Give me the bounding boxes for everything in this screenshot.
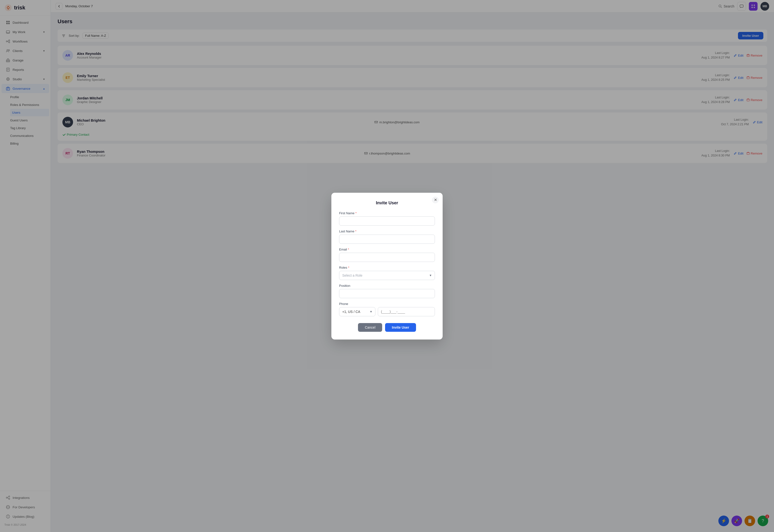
first-name-required: *	[355, 211, 357, 215]
last-name-label: Last Name *	[339, 229, 435, 233]
modal-title: Invite User	[339, 200, 435, 206]
last-name-input[interactable]	[339, 235, 435, 244]
roles-label: Roles *	[339, 266, 435, 269]
phone-country-wrapper: +1, US / CA +44, UK +61, AU ▼	[339, 307, 375, 316]
first-name-label: First Name *	[339, 211, 435, 215]
first-name-group: First Name *	[339, 211, 435, 226]
phone-country-select[interactable]: +1, US / CA +44, UK +61, AU	[339, 307, 375, 316]
invite-user-modal: ✕ Invite User First Name * Last Name * E…	[331, 193, 443, 340]
last-name-group: Last Name *	[339, 229, 435, 244]
email-label: Email *	[339, 248, 435, 251]
modal-footer: Cancel Invite User	[339, 323, 435, 332]
phone-row: +1, US / CA +44, UK +61, AU ▼	[339, 307, 435, 316]
position-label: Position	[339, 284, 435, 288]
roles-required: *	[348, 266, 349, 269]
phone-label: Phone	[339, 302, 435, 306]
email-input[interactable]	[339, 253, 435, 262]
first-name-input[interactable]	[339, 216, 435, 226]
roles-group: Roles * Select a Role Admin Manager Memb…	[339, 266, 435, 280]
position-group: Position	[339, 284, 435, 298]
email-group: Email *	[339, 248, 435, 262]
roles-select-wrapper: Select a Role Admin Manager Member ▼	[339, 271, 435, 280]
modal-invite-button[interactable]: Invite User	[385, 323, 416, 332]
phone-group: Phone +1, US / CA +44, UK +61, AU ▼	[339, 302, 435, 316]
cancel-button[interactable]: Cancel	[358, 323, 382, 332]
email-required: *	[348, 248, 349, 251]
last-name-required: *	[355, 229, 357, 233]
roles-select[interactable]: Select a Role Admin Manager Member	[339, 271, 435, 280]
phone-number-input[interactable]	[378, 307, 435, 316]
modal-overlay[interactable]: ✕ Invite User First Name * Last Name * E…	[0, 0, 774, 532]
modal-close-button[interactable]: ✕	[432, 197, 439, 203]
position-input[interactable]	[339, 289, 435, 298]
